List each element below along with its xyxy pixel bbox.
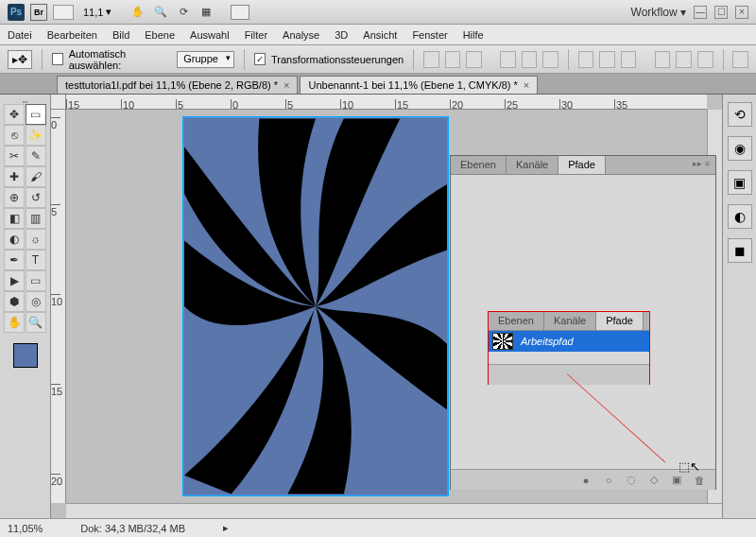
screen-mode-button[interactable] [231, 5, 249, 20]
close-icon[interactable]: × [524, 79, 529, 91]
status-zoom[interactable]: 11,05% [8, 523, 43, 534]
menu-3d[interactable]: 3D [335, 29, 348, 41]
auto-align-icon[interactable] [732, 51, 748, 68]
current-tool-indicator[interactable]: ▸✥ [8, 50, 32, 69]
path-to-selection-icon[interactable]: ◌ [625, 474, 638, 487]
hand-icon[interactable]: ✋ [130, 5, 146, 20]
workspace-switcher[interactable]: Workflow ▾ [631, 6, 686, 19]
menu-ebene[interactable]: Ebene [145, 29, 175, 41]
color-panel-icon[interactable]: ◉ [728, 136, 752, 161]
rotate-icon[interactable]: ⟳ [176, 5, 191, 20]
tab-label: testtutoria1l.pdf bei 11,1% (Ebene 2, RG… [65, 79, 278, 91]
3d-camera-tool[interactable]: ◎ [26, 291, 46, 312]
new-path-icon[interactable]: ▣ [670, 474, 683, 487]
menu-hilfe[interactable]: Hilfe [463, 29, 484, 41]
blur-tool[interactable]: ◐ [4, 229, 25, 250]
dodge-tool[interactable]: ☼ [26, 229, 46, 250]
tab-kanaele[interactable]: Kanäle [544, 312, 596, 330]
delete-path-icon[interactable]: 🗑 [693, 474, 706, 487]
tab-kanaele[interactable]: Kanäle [507, 156, 558, 174]
photoshop-icon: Ps [8, 4, 25, 21]
path-select-tool[interactable]: ▶ [4, 270, 25, 291]
tab-pfade[interactable]: Pfade [558, 156, 606, 174]
zoom-tool[interactable]: 🔍 [26, 312, 46, 333]
status-arrow-icon[interactable]: ▸ [223, 522, 229, 534]
menu-ansicht[interactable]: Ansicht [363, 29, 397, 41]
marquee-tool[interactable]: ▭ [26, 104, 46, 125]
options-bar: ▸✥ Automatisch auswählen: Gruppe ✓ Trans… [0, 45, 756, 74]
crop-tool[interactable]: ✂ [4, 146, 25, 166]
fill-path-icon[interactable]: ● [579, 474, 593, 487]
mini-bridge-icon[interactable] [53, 5, 74, 20]
vertical-ruler[interactable]: 0 5 10 15 20 [51, 110, 66, 503]
shape-tool[interactable]: ▭ [26, 270, 46, 291]
type-tool[interactable]: T [26, 250, 46, 270]
panel-menu-icon[interactable]: ▸▸ ≡ [687, 156, 715, 174]
menu-filter[interactable]: Filter [245, 29, 267, 41]
distribute-right-icon[interactable] [697, 51, 713, 68]
gradient-tool[interactable]: ▥ [26, 208, 46, 229]
distribute-vcenter-icon[interactable] [599, 51, 615, 68]
ruler-origin[interactable] [51, 95, 66, 110]
stroke-path-icon[interactable]: ○ [602, 474, 615, 487]
stamp-tool[interactable]: ⊕ [4, 187, 25, 208]
document-tab[interactable]: testtutoria1l.pdf bei 11,1% (Ebene 2, RG… [57, 76, 298, 94]
align-right-icon[interactable] [542, 51, 558, 68]
path-item-arbeitspfad[interactable]: Arbeitspfad [489, 331, 649, 352]
distribute-hcenter-icon[interactable] [676, 51, 692, 68]
tab-pfade[interactable]: Pfade [596, 312, 644, 330]
align-center-icon[interactable] [522, 51, 538, 68]
horizontal-ruler[interactable]: 15 10 5 0 5 10 15 20 25 30 35 [66, 95, 707, 110]
align-bottom-icon[interactable] [466, 51, 482, 68]
auto-select-checkbox[interactable] [52, 53, 63, 65]
menu-fenster[interactable]: Fenster [412, 29, 447, 41]
masks-panel-icon[interactable]: ◼ [728, 238, 752, 263]
distribute-left-icon[interactable] [655, 51, 671, 68]
align-middle-icon[interactable] [445, 51, 461, 68]
history-brush-tool[interactable]: ↺ [26, 187, 46, 208]
view-tools: ✋ 🔍 ⟳ ▦ [130, 5, 214, 20]
transform-checkbox[interactable]: ✓ [254, 53, 266, 65]
color-swatches[interactable] [4, 337, 46, 374]
document-tab[interactable]: Unbenannt-1 bei 11,1% (Ebene 1, CMYK/8) … [300, 76, 538, 94]
eyedropper-tool[interactable]: ✎ [26, 146, 46, 166]
menu-bearbeiten[interactable]: Bearbeiten [47, 29, 97, 41]
horizontal-scrollbar[interactable] [66, 503, 722, 518]
zoom-icon[interactable]: 🔍 [153, 5, 168, 20]
close-icon[interactable]: × [284, 79, 289, 91]
minimize-button[interactable]: — [694, 6, 707, 19]
app-titlebar: Ps Br 11,1 ▾ ✋ 🔍 ⟳ ▦ Workflow ▾ — ☐ × [0, 0, 756, 25]
lasso-tool[interactable]: ⎋ [4, 125, 25, 146]
adjustments-panel-icon[interactable]: ◐ [728, 204, 752, 229]
close-button[interactable]: × [735, 6, 748, 19]
zoom-level[interactable]: 11,1 ▾ [83, 6, 112, 18]
align-left-icon[interactable] [500, 51, 516, 68]
move-tool[interactable]: ✥ [4, 104, 25, 125]
tab-ebenen[interactable]: Ebenen [451, 156, 507, 174]
tab-ebenen[interactable]: Ebenen [489, 312, 544, 330]
hand-tool[interactable]: ✋ [4, 312, 25, 333]
align-top-icon[interactable] [423, 51, 439, 68]
eraser-tool[interactable]: ◧ [4, 208, 25, 229]
document-canvas[interactable] [183, 117, 448, 495]
menu-auswahl[interactable]: Auswahl [190, 29, 230, 41]
distribute-top-icon[interactable] [578, 51, 594, 68]
restore-button[interactable]: ☐ [714, 6, 728, 19]
healing-tool[interactable]: ✚ [4, 166, 25, 187]
auto-select-dropdown[interactable]: Gruppe [177, 51, 234, 68]
brush-tool[interactable]: 🖌 [26, 166, 46, 187]
menu-datei[interactable]: Datei [8, 29, 32, 41]
status-doc-size[interactable]: Dok: 34,3 MB/32,4 MB [80, 523, 185, 534]
wand-tool[interactable]: ✨ [26, 125, 46, 146]
3d-tool[interactable]: ⬢ [4, 291, 25, 312]
pen-tool[interactable]: ✒ [4, 250, 25, 270]
history-panel-icon[interactable]: ⟲ [728, 102, 752, 127]
distribute-bottom-icon[interactable] [621, 51, 637, 68]
styles-panel-icon[interactable]: ▣ [728, 170, 752, 195]
foreground-color[interactable] [13, 343, 38, 368]
menu-bild[interactable]: Bild [112, 29, 129, 41]
selection-to-path-icon[interactable]: ◇ [647, 474, 661, 487]
arrange-icon[interactable]: ▦ [198, 5, 214, 20]
bridge-icon[interactable]: Br [30, 4, 47, 21]
menu-analyse[interactable]: Analyse [283, 29, 319, 41]
